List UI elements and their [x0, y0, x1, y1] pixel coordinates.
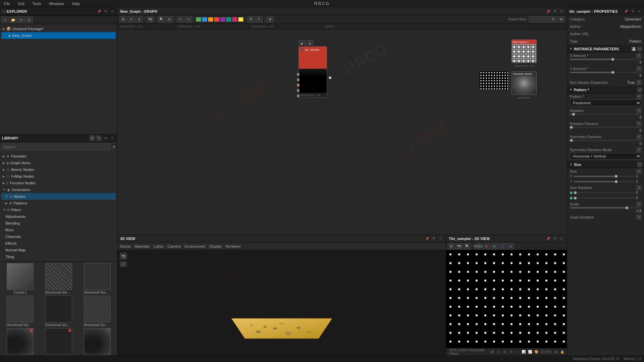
explorer-pin-btn[interactable]: 📌 — [96, 9, 102, 14]
nav-environment[interactable]: Environment — [184, 244, 205, 248]
size-y-thumb[interactable] — [615, 180, 618, 183]
size-random-reset[interactable]: ↺ — [637, 185, 641, 190]
footer-icon7[interactable]: 📈 — [528, 349, 532, 355]
explorer-expand-btn[interactable]: ⧉ — [103, 9, 108, 14]
symmetry-mode-dropdown[interactable]: Horizontal + Vertical — [570, 153, 641, 160]
graph-undo[interactable]: ↩ — [177, 16, 184, 23]
lib-fxmap-nodes[interactable]: ▶ ⬡ FxMap Nodes — [1, 173, 116, 180]
graph-pin-btn[interactable]: 📌 — [545, 9, 551, 14]
2d-close-btn[interactable]: ✕ — [559, 236, 564, 241]
nav-materials[interactable]: Materials — [135, 244, 150, 248]
size-section-header[interactable]: ▼ Size ↺ — [567, 161, 644, 168]
instance-save-btn[interactable]: 💾 — [631, 47, 636, 51]
rotation-random-slider[interactable] — [570, 127, 641, 128]
pattern-reset-btn[interactable]: ↺ — [637, 87, 642, 92]
list-item[interactable]: Directional Noise 2 — [78, 263, 116, 294]
instance-reset-btn[interactable]: ↺ — [637, 47, 642, 51]
graph-expand-btn[interactable]: ⧉ — [552, 9, 557, 14]
size-y-slider[interactable] — [574, 181, 635, 182]
node-view-btn[interactable]: ◉ — [299, 40, 305, 47]
menu-tools[interactable]: Tools — [31, 2, 43, 6]
footer-zoom-icon[interactable]: ⧉ — [554, 349, 558, 355]
3d-close-btn[interactable]: ✕ — [438, 236, 443, 241]
lib-blurs[interactable]: Blurs — [1, 227, 116, 233]
parent-size-btn[interactable]: ↻ — [549, 16, 557, 23]
scale-reset[interactable]: ↺ — [637, 202, 641, 206]
size-random-x-thumb[interactable] — [574, 191, 577, 194]
view-btn2[interactable]: T — [255, 16, 263, 23]
list-item[interactable]: Directional Noise 4 — [40, 296, 77, 327]
3d-reset-btn[interactable]: ↺ — [120, 261, 127, 267]
props-close-btn[interactable]: ✕ — [637, 9, 642, 14]
graph-zoom-in[interactable]: 🔍 — [158, 16, 165, 23]
y-amount-reset[interactable]: ↺ — [637, 66, 641, 71]
lib-effects[interactable]: Effects — [1, 240, 116, 247]
explorer-close-btn[interactable]: ✕ — [110, 9, 115, 14]
3d-pin-btn[interactable]: 📌 — [424, 236, 430, 241]
2d-b[interactable]: B — [499, 243, 506, 250]
lib-generators[interactable]: ▼ ◉ Generators — [1, 186, 116, 193]
explorer-info-btn[interactable]: ℹ — [25, 16, 33, 23]
footer-icon8[interactable]: 🎨 — [534, 349, 538, 355]
size-random-x-slider[interactable] — [574, 192, 635, 193]
port-left-3[interactable] — [299, 84, 300, 86]
2d-g[interactable]: G — [491, 243, 498, 250]
library-expand-btn[interactable]: ⧉ — [103, 135, 108, 141]
size-x-slider[interactable] — [574, 176, 635, 177]
lib-graph-items[interactable]: ▶ ◈ Graph Items — [1, 160, 116, 166]
list-item[interactable]: Dirt 2 — [40, 328, 77, 355]
2d-canvas[interactable] — [446, 250, 567, 348]
port-left-4[interactable] — [299, 89, 300, 92]
port-left-2[interactable] — [299, 78, 300, 81]
2d-expand-btn[interactable]: ⧉ — [552, 236, 557, 241]
2d-btn2[interactable]: 📷 — [455, 243, 463, 250]
symmetry-random-slider[interactable] — [570, 140, 641, 141]
library-btn1[interactable]: ⊞ — [90, 135, 95, 141]
footer-lock-icon[interactable]: 🔒 — [560, 349, 564, 355]
list-item[interactable]: Directional Noise 1 — [40, 263, 77, 294]
color-green[interactable] — [196, 17, 201, 22]
nav-display[interactable]: Display — [209, 244, 221, 248]
nav-camera[interactable]: Camera — [167, 244, 180, 248]
menu-file[interactable]: File — [3, 2, 11, 6]
port-left-5[interactable] — [299, 95, 300, 97]
lib-normal-map[interactable]: Normal Map — [1, 247, 116, 253]
pattern-val-reset[interactable]: ↺ — [637, 94, 641, 99]
list-item[interactable]: Crystal 2 — [1, 263, 39, 294]
props-expand-btn[interactable]: ⧉ — [630, 9, 635, 14]
rotation-reset[interactable]: ↺ — [637, 108, 641, 113]
x-amount-slider[interactable] — [570, 59, 641, 60]
props-pin-btn[interactable]: 📌 — [623, 9, 629, 14]
graph-redo[interactable]: ↪ — [185, 16, 192, 23]
color-yellow[interactable] — [238, 17, 244, 22]
x-amount-thumb[interactable] — [611, 58, 614, 61]
lib-function-nodes[interactable]: ▶ ƒ Function Nodes — [1, 180, 116, 186]
pattern-section-header[interactable]: ▼ Pattern * ↺ — [567, 86, 644, 94]
size-reset-btn[interactable]: ↺ — [637, 162, 642, 167]
library-search-input[interactable] — [1, 143, 111, 150]
2d-r[interactable]: R — [483, 243, 490, 250]
rotation-random-thumb[interactable] — [570, 126, 573, 129]
color-pink[interactable] — [232, 17, 237, 22]
thumb-bnw-spots[interactable]: BnW Spots 2 — [512, 40, 537, 63]
list-item[interactable]: Directional Noise 3 — [1, 296, 39, 327]
scale-random-reset[interactable]: ↺ — [637, 215, 641, 220]
parent-size-lock[interactable]: ⇆ — [557, 16, 565, 23]
menu-edit[interactable]: Edit — [17, 2, 26, 6]
rotation-slider[interactable] — [570, 114, 641, 115]
footer-icon1[interactable]: ⊞ — [490, 349, 495, 355]
lib-noises[interactable]: ▼ ≋ Noises — [1, 193, 116, 200]
lib-tiling[interactable]: Tiling — [1, 253, 116, 260]
lib-favorites[interactable]: ▶ ★ Favorites — [1, 153, 116, 160]
symmetry-random-reset[interactable]: ↺ — [637, 134, 641, 139]
tree-unsaved-package[interactable]: ▶ 📦 Unsaved Package* — [1, 25, 116, 32]
tile-sampler-node[interactable]: tile_Sampler — [299, 46, 327, 98]
explorer-new-btn[interactable]: + — [1, 16, 9, 23]
instance-params-header[interactable]: ▼ INSTANCE PARAMETERS 💾 ↺ — [567, 45, 644, 53]
symmetry-random-thumb[interactable] — [570, 139, 573, 142]
size-x-thumb[interactable] — [615, 175, 618, 178]
lib-blending[interactable]: Blending — [1, 220, 116, 227]
2d-btn3[interactable]: 🔍 — [464, 243, 471, 250]
graph-tool1[interactable]: ⊞ — [119, 16, 127, 23]
library-close-btn[interactable]: ✕ — [110, 135, 115, 141]
